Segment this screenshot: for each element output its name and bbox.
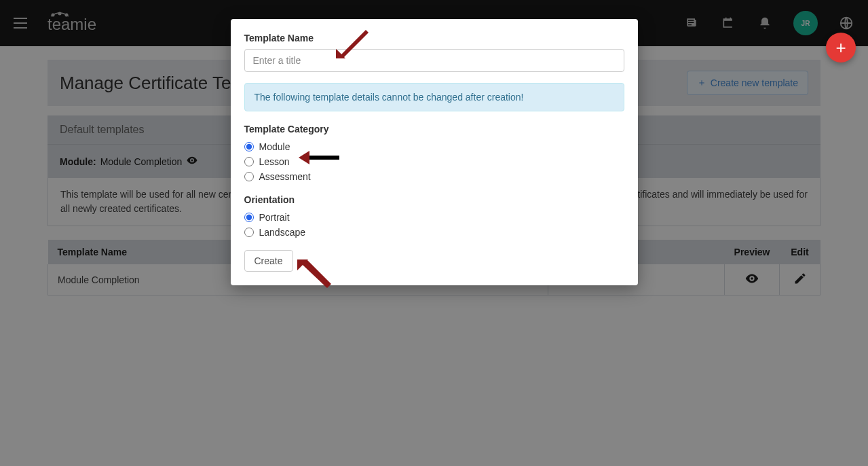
svg-marker-8 xyxy=(299,151,309,164)
create-template-modal: Template Name The following template det… xyxy=(231,19,638,285)
template-name-input[interactable] xyxy=(244,49,624,72)
create-button[interactable]: Create xyxy=(244,250,293,272)
category-assessment-option[interactable]: Assessment xyxy=(244,171,624,182)
orientation-portrait-option[interactable]: Portrait xyxy=(244,212,624,223)
category-assessment-label: Assessment xyxy=(259,171,311,182)
category-module-radio[interactable] xyxy=(244,142,254,151)
category-assessment-radio[interactable] xyxy=(244,172,254,181)
annotation-arrow xyxy=(299,149,339,166)
annotation-arrow xyxy=(336,24,370,58)
orientation-portrait-radio[interactable] xyxy=(244,213,254,222)
template-name-label: Template Name xyxy=(244,33,624,43)
svg-marker-5 xyxy=(337,30,369,57)
fab-add-button[interactable]: + xyxy=(826,33,856,62)
orientation-landscape-label: Landscape xyxy=(259,227,306,238)
category-lesson-label: Lesson xyxy=(259,156,290,167)
orientation-portrait-label: Portrait xyxy=(259,212,290,223)
warning-alert: The following template details cannot be… xyxy=(244,83,624,111)
svg-rect-7 xyxy=(307,156,339,160)
template-category-label: Template Category xyxy=(244,124,624,135)
annotation-arrow xyxy=(297,259,331,289)
orientation-landscape-radio[interactable] xyxy=(244,228,254,237)
orientation-label: Orientation xyxy=(244,194,624,205)
orientation-landscape-option[interactable]: Landscape xyxy=(244,227,624,238)
category-module-label: Module xyxy=(259,141,290,152)
plus-icon: + xyxy=(835,37,846,58)
category-lesson-radio[interactable] xyxy=(244,157,254,166)
svg-marker-9 xyxy=(300,259,331,288)
